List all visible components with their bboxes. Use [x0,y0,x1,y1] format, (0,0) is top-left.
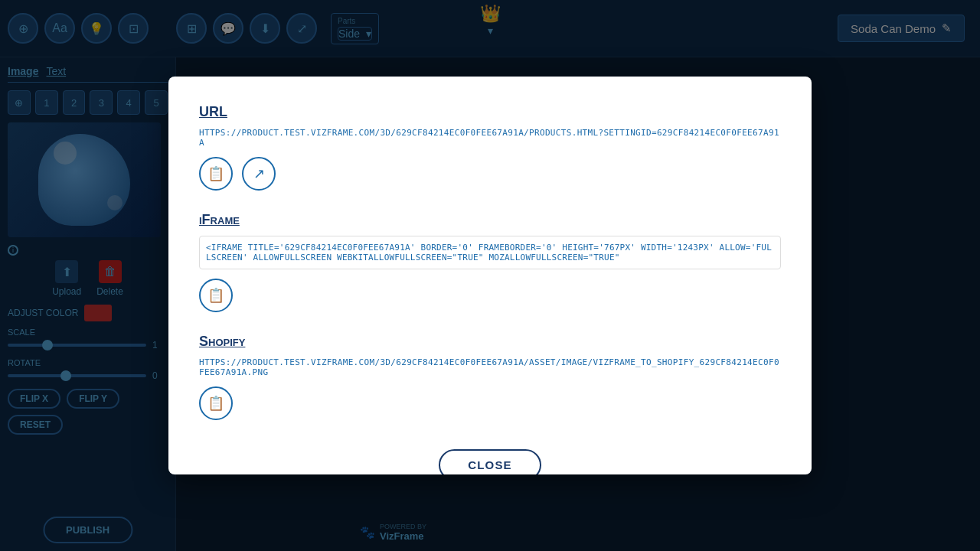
iframe-section-title: iFrame [199,212,781,228]
shopify-url-text: HTTPS://PRODUCT.TEST.VIZFRAME.COM/3D/629… [199,357,781,377]
shopify-buttons: 📋 [199,386,781,420]
iframe-copy-button[interactable]: 📋 [199,279,233,312]
url-buttons: 📋 ↗ [199,157,781,191]
iframe-section: iFrame <IFRAME TITLE='629CF84214EC0F0FEE… [199,212,781,312]
shopify-section: Shopify HTTPS://PRODUCT.TEST.VIZFRAME.CO… [199,334,781,420]
shopify-copy-button[interactable]: 📋 [199,386,233,420]
copy-icon: 📋 [207,165,224,182]
url-copy-button[interactable]: 📋 [199,157,233,191]
iframe-copy-icon: 📋 [207,287,224,304]
url-section: URL HTTPS://PRODUCT.TEST.VIZFRAME.COM/3D… [199,104,781,191]
share-modal: URL HTTPS://PRODUCT.TEST.VIZFRAME.COM/3D… [168,77,812,474]
url-section-title: URL [199,104,781,120]
close-button[interactable]: Close [439,449,541,474]
shopify-copy-icon: 📋 [207,395,224,412]
url-text: HTTPS://PRODUCT.TEST.VIZFRAME.COM/3D/629… [199,128,781,148]
external-link-icon: ↗ [253,165,265,182]
shopify-section-title: Shopify [199,334,781,350]
modal-footer: Close [199,442,781,474]
url-open-button[interactable]: ↗ [242,157,276,191]
iframe-buttons: 📋 [199,279,781,312]
iframe-text: <IFRAME TITLE='629CF84214EC0F0FEE67A91A'… [199,236,781,269]
modal-backdrop: URL HTTPS://PRODUCT.TEST.VIZFRAME.COM/3D… [0,0,980,551]
